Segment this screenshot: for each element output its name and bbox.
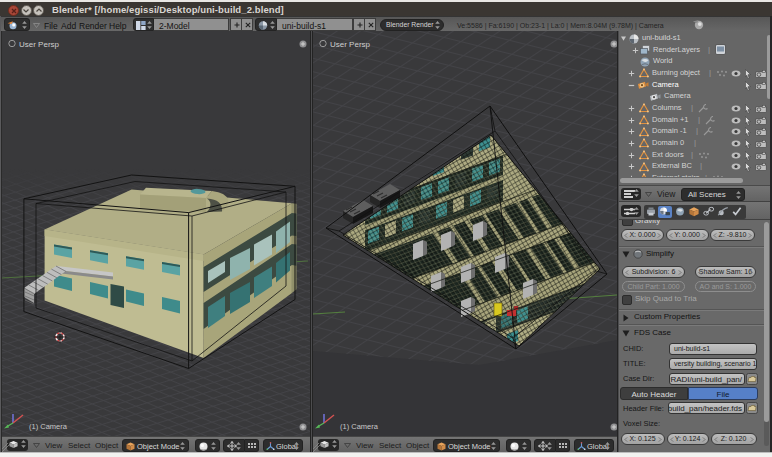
svg-text:(1) Camera: (1) Camera: [29, 422, 68, 431]
svg-text:User Persp: User Persp: [19, 40, 60, 49]
svg-text:(1) Camera: (1) Camera: [340, 422, 379, 431]
svg-text:User Persp: User Persp: [330, 40, 371, 49]
